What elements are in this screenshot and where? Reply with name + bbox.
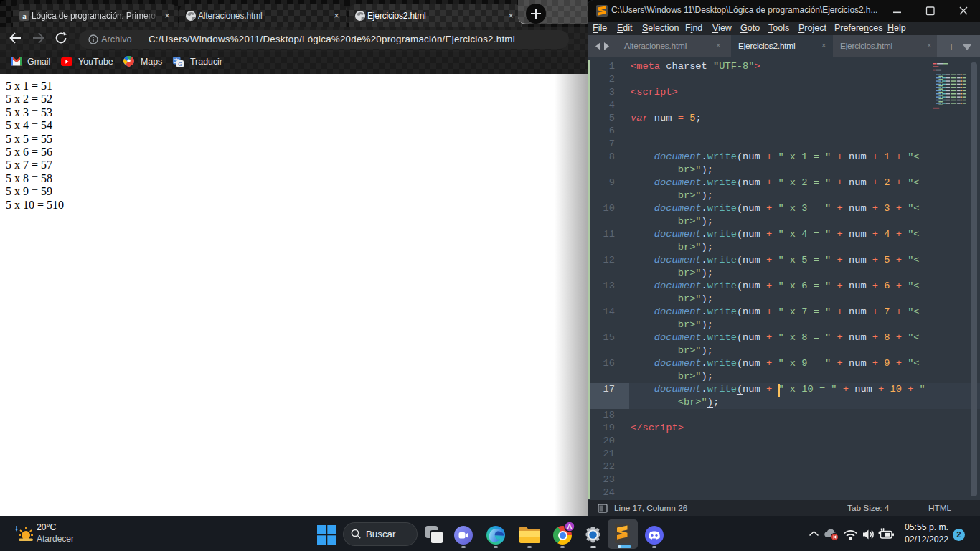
svg-text:A: A (567, 522, 573, 530)
svg-text:G: G (178, 61, 182, 67)
svg-text:a: a (22, 11, 27, 20)
